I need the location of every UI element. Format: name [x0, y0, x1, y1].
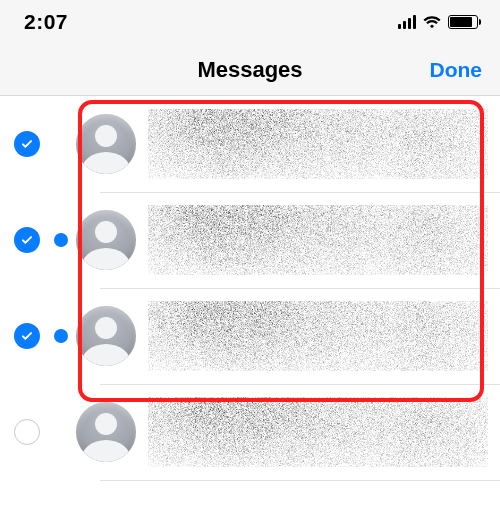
page-title: Messages	[197, 57, 302, 83]
contact-avatar	[76, 210, 136, 270]
unread-dot	[54, 329, 68, 343]
cellular-icon	[398, 15, 416, 29]
unread-dot	[54, 233, 68, 247]
select-checkbox[interactable]	[14, 323, 40, 349]
redacted-content	[148, 301, 488, 371]
message-row[interactable]	[0, 96, 500, 192]
nav-bar: Messages Done	[0, 44, 500, 96]
message-list	[0, 96, 500, 480]
message-row[interactable]	[0, 288, 500, 384]
status-time: 2:07	[24, 10, 68, 34]
contact-avatar	[76, 306, 136, 366]
message-row[interactable]	[0, 192, 500, 288]
redacted-content	[148, 397, 488, 467]
message-row[interactable]	[0, 384, 500, 480]
contact-avatar	[76, 114, 136, 174]
redacted-content	[148, 109, 488, 179]
select-checkbox[interactable]	[14, 419, 40, 445]
select-checkbox[interactable]	[14, 227, 40, 253]
status-indicators	[398, 15, 478, 29]
contact-avatar	[76, 402, 136, 462]
status-bar: 2:07	[0, 0, 500, 44]
battery-icon	[448, 15, 478, 29]
redacted-content	[148, 205, 488, 275]
select-checkbox[interactable]	[14, 131, 40, 157]
wifi-icon	[422, 15, 442, 29]
done-button[interactable]: Done	[430, 58, 483, 82]
